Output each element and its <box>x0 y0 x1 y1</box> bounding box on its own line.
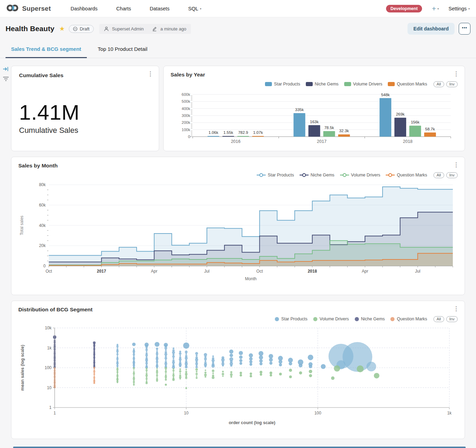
svg-text:300k: 300k <box>182 113 190 118</box>
svg-text:Jul: Jul <box>415 269 420 274</box>
svg-text:100: 100 <box>314 411 321 415</box>
svg-text:10k: 10k <box>45 326 52 330</box>
legend-item-niche-gems[interactable]: Niche Gems <box>355 317 385 321</box>
chevron-down-icon: ▾ <box>200 7 201 10</box>
bcg-distribution-legend: Star ProductsVolume DriversNiche GemsQue… <box>18 316 458 322</box>
svg-text:Oct: Oct <box>46 269 52 274</box>
svg-text:2017: 2017 <box>97 269 106 274</box>
legend-item-volume-drivers[interactable]: Volume Drivers <box>344 82 383 86</box>
svg-text:Month: Month <box>245 276 256 281</box>
svg-text:60k: 60k <box>39 203 46 208</box>
svg-text:1: 1 <box>49 405 52 410</box>
draft-status-badge[interactable]: Draft <box>69 25 93 33</box>
next-card-top-indicator <box>13 447 466 448</box>
legend-item-niche-gems[interactable]: Niche Gems <box>306 82 339 86</box>
bcg-distribution-chart[interactable]: 1101001k1101001k10korder count (log scal… <box>18 322 458 430</box>
legend-item-volume-drivers[interactable]: Volume Drivers <box>313 317 349 321</box>
nav-item-datasets[interactable]: Datasets <box>140 6 179 11</box>
big-number-subheader: Cumulative Sales <box>19 126 151 135</box>
new-item-button[interactable]: +▾ <box>432 4 439 13</box>
superset-logo[interactable] <box>6 4 19 13</box>
svg-text:1k: 1k <box>47 346 52 350</box>
chart-menu-icon[interactable]: ⋮ <box>147 71 153 77</box>
plus-icon: + <box>432 4 436 13</box>
sales-by-year-card: Sales by Year ⋮ Star ProductsNiche GemsV… <box>163 66 465 151</box>
chevron-down-icon: ▾ <box>438 7 439 10</box>
sales-by-month-card: Sales by Month ⋮ Star ProductsNiche Gems… <box>11 157 465 295</box>
svg-text:80k: 80k <box>39 182 46 187</box>
legend-item-niche-gems[interactable]: Niche Gems <box>300 173 335 177</box>
settings-menu[interactable]: Settings▾ <box>449 6 470 11</box>
sales-by-year-legend: Star ProductsNiche GemsVolume DriversQue… <box>171 81 458 88</box>
favorite-star-icon[interactable]: ★ <box>59 25 65 33</box>
svg-text:156k: 156k <box>411 120 420 124</box>
svg-text:163k: 163k <box>310 120 319 124</box>
navbar: Superset Dashboards Charts Datasets SQL▾… <box>0 0 476 17</box>
svg-text:Jul: Jul <box>204 269 209 274</box>
dashboard-header: Health Beauty ★ Draft Superset Admin a m… <box>0 17 476 40</box>
nav-item-charts[interactable]: Charts <box>107 6 140 11</box>
svg-text:40k: 40k <box>39 223 46 228</box>
legend-item-question-marks[interactable]: Question Marks <box>386 173 427 177</box>
bcg-distribution-card: Distribution of BCG Segment ⋮ Star Produ… <box>11 301 465 439</box>
tab-sales-trend-bcg-segment[interactable]: Sales Trend & BCG segment <box>6 40 87 58</box>
chart-menu-icon[interactable]: ⋮ <box>453 162 459 168</box>
svg-text:order count (log scale): order count (log scale) <box>229 420 275 425</box>
svg-text:Total sales: Total sales <box>19 216 24 235</box>
user-icon <box>104 26 109 31</box>
nav-item-sql[interactable]: SQL▾ <box>179 6 211 11</box>
sales-by-year-chart[interactable]: 0100k200k300k400k500k600k20161.06k1.55k7… <box>171 88 458 146</box>
svg-text:400k: 400k <box>182 107 190 111</box>
svg-text:Apr: Apr <box>151 269 157 274</box>
legend-item-question-marks[interactable]: Question Marks <box>388 82 427 86</box>
svg-text:Apr: Apr <box>362 269 368 274</box>
published-off-icon <box>73 27 77 31</box>
tab-top-10-product-detail[interactable]: Top 10 Product Detail <box>92 40 153 58</box>
sales-by-month-chart[interactable]: 020k40k60k80kOct2017AprJulOct2018AprJulM… <box>18 179 458 283</box>
legend-inv-button[interactable]: Inv <box>446 316 458 322</box>
dashboard-meta: Superset Admin a minute ago <box>99 24 191 34</box>
legend-all-button[interactable]: All <box>433 172 444 178</box>
legend-item-star-products[interactable]: Star Products <box>275 317 308 321</box>
chart-title: Cumulative Sales <box>19 72 151 79</box>
legend-all-button[interactable]: All <box>433 316 444 322</box>
chevron-down-icon: ▾ <box>468 7 470 10</box>
svg-text:548k: 548k <box>381 93 390 97</box>
svg-text:600k: 600k <box>182 92 190 97</box>
dashboard-author: Superset Admin <box>112 26 144 31</box>
svg-text:2018: 2018 <box>403 139 413 144</box>
brand-name[interactable]: Superset <box>22 5 51 12</box>
chart-menu-icon[interactable]: ⋮ <box>453 71 459 77</box>
svg-text:100: 100 <box>45 365 52 370</box>
nav-item-dashboards[interactable]: Dashboards <box>61 6 107 11</box>
svg-text:Oct: Oct <box>256 269 263 274</box>
page-title: Health Beauty <box>6 25 54 33</box>
dashboard-content: Cumulative Sales ⋮ 1.41M Cumulative Sale… <box>0 58 476 439</box>
svg-text:335k: 335k <box>295 108 304 112</box>
big-number-value: 1.41M <box>19 100 151 125</box>
chart-menu-icon[interactable]: ⋮ <box>453 306 459 312</box>
svg-text:10: 10 <box>47 385 52 390</box>
dashboard-tabs: Sales Trend & BCG segment Top 10 Product… <box>0 40 476 58</box>
svg-text:2018: 2018 <box>308 269 317 274</box>
svg-text:1k: 1k <box>447 411 452 415</box>
legend-item-star-products[interactable]: Star Products <box>265 82 300 86</box>
svg-text:78.5k: 78.5k <box>324 126 334 130</box>
sales-by-month-legend: Star ProductsNiche GemsVolume DriversQue… <box>18 172 458 179</box>
edit-pencil-icon <box>152 26 157 31</box>
svg-text:mean sales (log scale): mean sales (log scale) <box>20 345 25 391</box>
chart-title: Sales by Month <box>18 163 458 169</box>
legend-item-volume-drivers[interactable]: Volume Drivers <box>340 173 381 177</box>
svg-text:100k: 100k <box>182 128 190 132</box>
last-modified: a minute ago <box>160 26 186 31</box>
legend-item-star-products[interactable]: Star Products <box>257 173 294 177</box>
edit-dashboard-button[interactable]: Edit dashboard <box>408 23 455 35</box>
legend-inv-button[interactable]: Inv <box>446 81 458 87</box>
more-options-button[interactable]: ••• <box>459 23 470 35</box>
legend-all-button[interactable]: All <box>433 81 444 87</box>
legend-inv-button[interactable]: Inv <box>446 172 458 178</box>
svg-text:2017: 2017 <box>317 139 327 144</box>
legend-item-question-marks[interactable]: Question Marks <box>390 317 427 321</box>
svg-text:1: 1 <box>54 411 56 415</box>
svg-text:500k: 500k <box>182 99 190 103</box>
